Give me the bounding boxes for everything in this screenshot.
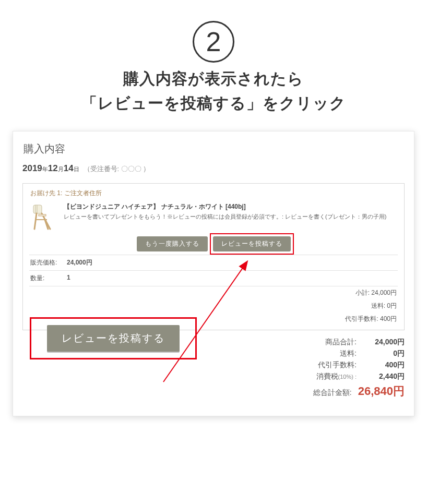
svg-rect-4 xyxy=(39,214,46,216)
buy-again-button[interactable]: もう一度購入する xyxy=(137,236,208,251)
item-row: 【ビヨンドジュニア ハイチェア】 ナチュラル・ホワイト [440bj] レビュー… xyxy=(29,202,398,233)
post-review-button-small[interactable]: レビューを投稿する xyxy=(213,236,291,251)
order-day: 14 xyxy=(64,163,74,173)
step-number-badge: 2 xyxy=(193,21,234,63)
review-button-highlight: レビューを投稿する xyxy=(213,236,291,251)
grand-label: 総合計金額: xyxy=(313,388,352,398)
shipment-box: お届け先 1: ご注文者住所 xyxy=(22,183,405,330)
tax-sub: (10%) : xyxy=(338,374,357,380)
tax-val: 2,440円 xyxy=(363,372,405,381)
tax-label: 消費税(10%) : xyxy=(316,372,357,381)
product-thumbnail xyxy=(29,202,58,231)
order-year: 2019 xyxy=(22,163,42,173)
instruction-headline: 購入内容が表示されたら 「レビューを投稿する」をクリック xyxy=(0,67,427,115)
order-date: 2019年12月14日 （受注番号: 〇〇〇 ） xyxy=(22,163,405,174)
post-review-button-large[interactable]: レビューを投稿する xyxy=(47,325,180,352)
order-year-unit: 年 xyxy=(42,166,48,172)
grand-val: 26,840円 xyxy=(358,383,405,399)
totals-grand-row: 総合計金額: 26,840円 xyxy=(22,383,405,399)
qty-label: 数量: xyxy=(30,274,67,283)
price-label: 販売価格: xyxy=(30,258,67,267)
order-day-unit: 日 xyxy=(74,166,79,172)
shipping-label: 送料: xyxy=(340,349,357,358)
qty-line: 数量: 1 xyxy=(29,270,398,286)
shipping-val: 0円 xyxy=(363,349,405,358)
item-button-row: もう一度購入する レビューを投稿する xyxy=(29,236,398,251)
callout-box-large: レビューを投稿する xyxy=(30,317,197,359)
inner-shipping: 送料: 0円 xyxy=(29,299,398,313)
section-title: 購入内容 xyxy=(23,142,405,156)
totals-cod-row: 代引手数料: 400円 xyxy=(22,361,405,370)
order-id: （受注番号: 〇〇〇 ） xyxy=(84,165,150,173)
price-value: 24,000円 xyxy=(67,258,92,267)
goods-total-label: 商品合計: xyxy=(325,338,357,347)
totals-tax-row: 消費税(10%) : 2,440円 xyxy=(22,372,405,381)
qty-value: 1 xyxy=(67,274,70,283)
goods-total-val: 24,000円 xyxy=(363,338,405,347)
tax-label-text: 消費税 xyxy=(316,372,338,380)
cod-val: 400円 xyxy=(363,361,405,370)
order-month-unit: 月 xyxy=(58,166,64,172)
item-text: 【ビヨンドジュニア ハイチェア】 ナチュラル・ホワイト [440bj] レビュー… xyxy=(64,202,398,221)
svg-rect-1 xyxy=(33,205,42,213)
headline-line-1: 購入内容が表示されたら xyxy=(123,70,304,87)
headline-line-2: 「レビューを投稿する」をクリック xyxy=(81,94,346,112)
item-title: 【ビヨンドジュニア ハイチェア】 ナチュラル・ホワイト [440bj] xyxy=(64,202,398,211)
item-description: レビューを書いてプレゼントをもらう！※レビューの投稿には会員登録が必須です。: … xyxy=(64,212,398,221)
price-line: 販売価格: 24,000円 xyxy=(29,255,398,270)
ship-to-label: お届け先 1: ご注文者住所 xyxy=(30,189,398,198)
order-panel: 購入内容 2019年12月14日 （受注番号: 〇〇〇 ） お届け先 1: ご注… xyxy=(13,131,414,416)
order-month: 12 xyxy=(48,163,58,173)
cod-label: 代引手数料: xyxy=(318,361,357,370)
inner-subtotal: 小計: 24,000円 xyxy=(29,286,398,299)
step-number: 2 xyxy=(206,26,221,57)
